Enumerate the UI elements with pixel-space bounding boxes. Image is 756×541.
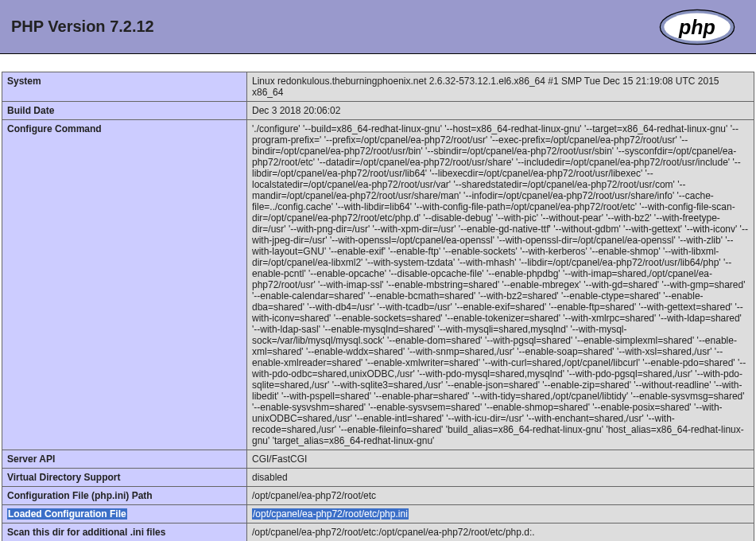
phpinfo-header: PHP Version 7.2.12 php xyxy=(0,0,756,54)
info-label: Configuration File (php.ini) Path xyxy=(2,487,247,505)
info-label: System xyxy=(2,72,247,102)
info-row: Virtual Directory Supportdisabled xyxy=(2,469,754,487)
info-label: Loaded Configuration File xyxy=(2,505,247,523)
php-logo: php xyxy=(649,7,745,47)
info-row: Configure Command'./configure' '--build=… xyxy=(2,120,754,450)
info-label: Server API xyxy=(2,450,247,469)
info-row: SystemLinux redonkulous.theburningphoeni… xyxy=(2,72,754,102)
info-row: Configuration File (php.ini) Path/opt/cp… xyxy=(2,487,754,505)
phpinfo-table: SystemLinux redonkulous.theburningphoeni… xyxy=(2,72,754,541)
info-value: './configure' '--build=x86_64-redhat-lin… xyxy=(247,120,754,450)
info-value: CGI/FastCGI xyxy=(247,450,754,469)
info-value: /opt/cpanel/ea-php72/root/etc xyxy=(247,487,754,505)
info-row: Scan this dir for additional .ini files/… xyxy=(2,523,754,542)
info-label: Scan this dir for additional .ini files xyxy=(2,523,247,542)
info-value: /opt/cpanel/ea-php72/root/etc:/opt/cpane… xyxy=(247,523,754,542)
info-row: Loaded Configuration File/opt/cpanel/ea-… xyxy=(2,505,754,523)
info-label: Configure Command xyxy=(2,120,247,450)
info-value: disabled xyxy=(247,469,754,487)
info-value: Linux redonkulous.theburningphoenix.net … xyxy=(247,72,754,102)
info-label: Virtual Directory Support xyxy=(2,469,247,487)
info-label: Build Date xyxy=(2,102,247,120)
svg-text:php: php xyxy=(678,16,715,38)
info-value: Dec 3 2018 20:06:02 xyxy=(247,102,754,120)
header-gap xyxy=(0,54,756,72)
info-value: /opt/cpanel/ea-php72/root/etc/php.ini xyxy=(247,505,754,523)
info-row: Server APICGI/FastCGI xyxy=(2,450,754,469)
page-title: PHP Version 7.2.12 xyxy=(11,18,154,36)
info-row: Build DateDec 3 2018 20:06:02 xyxy=(2,102,754,120)
